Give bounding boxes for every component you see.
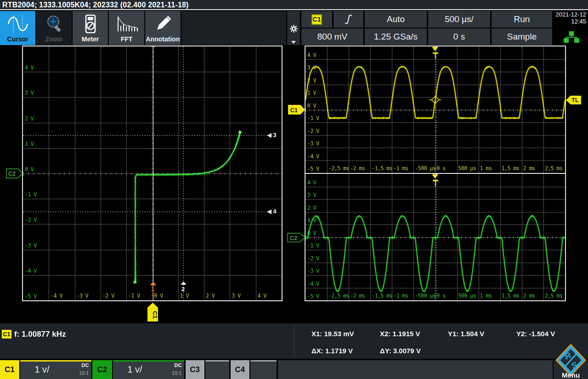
sample-rate-value: 1.25 GSa/s	[374, 32, 418, 42]
cursor-x2-result: X2: 1.1915 V	[380, 330, 420, 338]
settings-column[interactable]	[287, 11, 300, 45]
ch1-x-axis-label: -2 ms	[350, 166, 365, 171]
ch1-x-axis-label: 1,5 ms	[502, 166, 520, 171]
ch2-x-axis-label: 500 µs	[458, 293, 476, 299]
horizontal-position-cell[interactable]: 0 s	[428, 29, 490, 45]
annotation-button[interactable]: Annotation	[145, 11, 181, 45]
toolbar-filler	[181, 11, 286, 45]
xy-y-axis-label: 3 V	[25, 90, 34, 96]
channel1-button[interactable]: C1	[0, 360, 19, 379]
sample-rate-cell[interactable]: 1.25 GSa/s	[365, 29, 427, 45]
ch2-x-axis-label: 2,5 ms	[545, 293, 563, 299]
zoom-button[interactable]: Zoom	[36, 11, 72, 45]
channel4-button[interactable]: C4	[231, 360, 250, 379]
title-bar: RTB2004; 1333.1005K04; 202332 (02.400 20…	[0, 0, 588, 10]
ch2-y-axis-label: 0 V	[307, 230, 316, 236]
xy-y-axis-label: -1 V	[25, 192, 37, 197]
cursor-dy-result: ΔY: 3.0079 V	[380, 347, 421, 355]
fft-button[interactable]: FFT	[109, 11, 144, 45]
icon-graphic	[114, 14, 139, 34]
ch2-plot-canvas	[305, 174, 565, 300]
ch2-y-axis-label: -5 V	[307, 293, 319, 299]
trigger-source-badge: C1	[311, 14, 322, 25]
ch1-plot-canvas	[305, 46, 565, 173]
meter-button-label: Meter	[73, 35, 108, 43]
fft-button-label: FFT	[109, 35, 144, 43]
ch1-y-axis-label: -4 V	[307, 154, 319, 159]
measurement-value: f: 1.00877 kHz	[14, 330, 66, 339]
ch1-y-axis-label: -2 V	[307, 128, 319, 134]
network-icon[interactable]	[563, 31, 580, 43]
trigger-slope-cell[interactable]	[334, 11, 363, 28]
ch1-y-axis-label: 1 V	[307, 90, 316, 96]
ch1-x-axis-label: 1 ms	[480, 166, 492, 171]
meter-button[interactable]: Meter	[73, 11, 108, 45]
xy-x-axis-label: 1 V	[180, 293, 189, 299]
oscilloscope-screen: RTB2004; 1333.1005K04; 202332 (02.400 20…	[0, 0, 588, 379]
rising-edge-icon	[344, 13, 354, 25]
icon-graphic	[6, 14, 30, 34]
xy-y-axis-label: 1 V	[25, 141, 34, 147]
xy-y-axis-label: -2 V	[25, 217, 37, 223]
time-plots[interactable]: 4 V3 V2 V1 V0 V-1 V-2 V-3 V-4 V-5 V-2,5 …	[305, 46, 566, 301]
ch2-x-axis-label: 0 s	[437, 293, 446, 299]
channel2-scale: 1 v/	[113, 364, 157, 378]
ch1-x-axis-label: -1,5 ms	[372, 166, 392, 171]
measurement-source-badge: C1	[2, 330, 11, 339]
trigger-mode-cell[interactable]: Auto	[365, 11, 427, 28]
ch1-x-axis-label: -2,5 ms	[328, 166, 349, 171]
channelbar-filler	[278, 360, 553, 379]
ch2-y-axis-label: -2 V	[307, 256, 319, 261]
plot-divider	[305, 173, 565, 174]
channel3-settings[interactable]	[205, 360, 230, 379]
channel4-settings[interactable]	[250, 360, 277, 379]
horizontal-position-value: 0 s	[453, 32, 465, 42]
measurement-bar: C1 f: 1.00877 kHz X1: 19.53 mV X2: 1.191…	[0, 323, 588, 359]
ch2-x-axis-label: -2 ms	[350, 293, 365, 299]
channel1-settings[interactable]: 1 v/ DC 10:1	[20, 360, 91, 379]
ch1-y-axis-label: 0 V	[307, 103, 316, 109]
ch2-x-axis-label: -500 µs	[415, 293, 435, 299]
trigger-level-cell[interactable]: 800 mV	[301, 29, 363, 45]
cursor-y1-result: Y1: 1.504 V	[448, 330, 484, 338]
cursor-button[interactable]: Cursor	[0, 11, 35, 45]
ch1-y-axis-label: 4 V	[307, 52, 316, 58]
time-value: 12:45	[554, 18, 586, 25]
ch1-x-axis-label: 2 ms	[523, 166, 535, 171]
xy-x-axis-label: -1 V	[128, 293, 140, 299]
menu-button[interactable]: R S Menu	[554, 343, 588, 379]
xy-x-axis-label: 4 V	[258, 293, 266, 299]
ch1-x-axis-label: -1 ms	[393, 166, 408, 171]
trigger-source-cell[interactable]: C1	[301, 11, 332, 28]
waveform-display-area: 4 V3 V2 V1 V0 V-1 V-2 V-3 V-4 V-5 V-4 V-…	[0, 46, 588, 323]
ch2-x-axis-label: 2 ms	[523, 293, 535, 299]
acquisition-mode-cell[interactable]: Sample	[492, 29, 552, 45]
annotation-button-label: Annotation	[145, 35, 181, 43]
measurement-separator	[294, 325, 294, 357]
gear-icon	[290, 25, 298, 33]
xy-y-axis-label: 2 V	[25, 116, 34, 121]
acquisition-state-cell[interactable]: Run	[492, 11, 552, 28]
ch2-y-axis-label: 2 V	[307, 205, 316, 211]
acquisition-state-value: Run	[514, 14, 530, 24]
icon-graphic	[153, 14, 173, 34]
timebase-cell[interactable]: 500 µs/	[428, 11, 490, 28]
magnifier-icon	[36, 14, 72, 34]
xy-plot-canvas	[23, 46, 282, 300]
ch2-x-axis-label: -1,5 ms	[372, 293, 392, 299]
channel2-settings[interactable]: 1 v/ DC 10:1	[113, 360, 184, 379]
timebase-value: 500 µs/	[445, 14, 474, 24]
ch1-y-axis-label: -5 V	[307, 166, 319, 172]
channel-bar: C1 1 v/ DC 10:1 C2 1 v/ DC 10:1 C3 C4	[0, 360, 588, 379]
device-title: RTB2004; 1333.1005K04; 202332 (02.400 20…	[2, 1, 189, 9]
channel2-button[interactable]: C2	[92, 360, 112, 379]
channel3-button[interactable]: C3	[186, 360, 204, 379]
xy-x-axis-label: 3 V	[232, 293, 240, 299]
xy-x-axis-label: -2 V	[102, 293, 114, 299]
trigger-mode-value: Auto	[387, 14, 405, 24]
channel1-attenuation: 10:1	[79, 370, 89, 376]
ch1-y-axis-label: 3 V	[307, 65, 316, 70]
xy-plot[interactable]: 4 V3 V2 V1 V0 V-1 V-2 V-3 V-4 V-5 V-4 V-…	[22, 46, 283, 301]
xy-y-axis-label: -4 V	[25, 268, 37, 274]
ch2-y-axis-label: 4 V	[307, 180, 316, 185]
